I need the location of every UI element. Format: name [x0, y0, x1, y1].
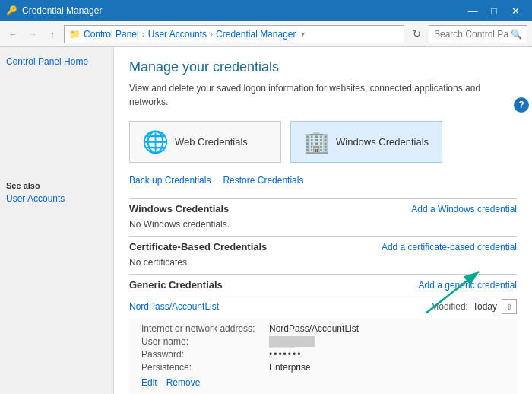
app-title: Credential Manager [22, 5, 102, 16]
page-description: View and delete your saved logon informa… [129, 81, 517, 109]
path-sep-1: › [142, 29, 145, 40]
web-credentials-label: Web Credentials [175, 136, 248, 148]
windows-credentials-header: Windows Credentials Add a Windows creden… [129, 199, 517, 218]
titlebar-controls: — □ ✕ [462, 0, 526, 21]
generic-credentials-title: Generic Credentials [129, 279, 223, 291]
persistence-label: Persistence: [141, 362, 263, 373]
titlebar: 🔑 Credential Manager — □ ✕ [0, 0, 532, 21]
folder-icon: 📁 [69, 29, 81, 40]
collapse-accountlist-button[interactable]: ⇧ [502, 299, 517, 314]
path-dropdown-button[interactable]: ▾ [301, 30, 305, 38]
see-also-label: See also [6, 181, 107, 190]
no-windows-credentials: No Windows credentials. [129, 218, 517, 236]
backup-credentials-link[interactable]: Back up Credentials [129, 175, 211, 186]
certificate-credentials-title: Certificate-Based Credentials [129, 241, 267, 253]
persistence-row: Persistence: Enterprise [141, 362, 505, 373]
help-button[interactable]: ? [514, 97, 529, 113]
search-input[interactable] [434, 29, 508, 40]
refresh-button[interactable]: ↻ [407, 25, 426, 43]
generic-credentials-header: Generic Credentials Add a generic creden… [129, 275, 517, 294]
search-box: 🔍 [429, 25, 527, 43]
path-credential-manager[interactable]: Credential Manager [216, 29, 296, 40]
content-area: ? Manage your credentials View and delet… [114, 47, 532, 394]
up-button[interactable]: ↑ [44, 26, 61, 43]
remove-accountlist-link[interactable]: Remove [166, 377, 201, 388]
modified-date-accountlist: Today [473, 301, 497, 312]
app-icon: 🔑 [6, 5, 17, 16]
address-path: 📁 Control Panel › User Accounts › Creden… [64, 25, 404, 43]
windows-credentials-section: Windows Credentials Add a Windows creden… [129, 198, 517, 236]
sidebar-home-link[interactable]: Control Panel Home [6, 56, 107, 67]
cred-item-nordpass-accountlist: NordPass/AccountList Modified: Today ⇧ I… [129, 294, 517, 394]
sidebar: Control Panel Home See also User Account… [0, 47, 114, 394]
main-layout: Control Panel Home See also User Account… [0, 47, 532, 394]
edit-accountlist-link[interactable]: Edit [141, 377, 157, 388]
add-generic-credential-link[interactable]: Add a generic credential [419, 280, 517, 291]
username-label: User name: [141, 336, 263, 347]
path-sep-2: › [210, 29, 213, 40]
username-row: User name: ████ [141, 336, 505, 347]
address-row: Internet or network address: NordPass/Ac… [141, 323, 505, 334]
add-certificate-credential-link[interactable]: Add a certificate-based credential [382, 242, 517, 253]
password-label: Password: [141, 349, 263, 360]
windows-credentials-icon: 🏢 [303, 129, 330, 154]
forward-button[interactable]: → [24, 26, 41, 43]
web-credentials-tab[interactable]: 🌐 Web Credentials [129, 121, 281, 163]
titlebar-left: 🔑 Credential Manager [6, 5, 102, 16]
add-windows-credential-link[interactable]: Add a Windows credential [411, 204, 517, 214]
maximize-button[interactable]: □ [483, 0, 505, 21]
close-button[interactable]: ✕ [505, 0, 526, 21]
addressbar: ← → ↑ 📁 Control Panel › User Accounts › … [0, 21, 532, 47]
restore-credentials-link[interactable]: Restore Credentials [223, 175, 303, 186]
certificate-credentials-section: Certificate-Based Credentials Add a cert… [129, 236, 517, 274]
address-value: NordPass/AccountList [269, 323, 359, 334]
user-accounts-link[interactable]: User Accounts [6, 193, 107, 204]
certificate-credentials-header: Certificate-Based Credentials Add a cert… [129, 237, 517, 256]
back-button[interactable]: ← [5, 26, 21, 43]
username-value: ████ [269, 336, 315, 347]
web-credentials-icon: 🌐 [142, 129, 169, 154]
password-row: Password: ••••••• [141, 349, 505, 360]
cred-item-name-accountlist[interactable]: NordPass/AccountList [129, 301, 219, 312]
search-icon: 🔍 [511, 29, 522, 40]
credential-type-tabs: 🌐 Web Credentials 🏢 Windows Credentials [129, 121, 517, 163]
windows-credentials-label: Windows Credentials [336, 136, 429, 148]
page-title: Manage your credentials [129, 59, 517, 75]
modified-label-accountlist: Modified: [431, 301, 468, 312]
cred-item-header-accountlist[interactable]: NordPass/AccountList Modified: Today ⇧ [129, 294, 517, 319]
address-label: Internet or network address: [141, 323, 263, 334]
path-control-panel[interactable]: Control Panel [84, 29, 139, 40]
windows-credentials-tab[interactable]: 🏢 Windows Credentials [290, 121, 442, 163]
minimize-button[interactable]: — [462, 0, 483, 21]
cred-item-right-accountlist: Modified: Today ⇧ [431, 299, 517, 314]
persistence-value: Enterprise [269, 362, 311, 373]
generic-credentials-section: Generic Credentials Add a generic creden… [129, 274, 517, 394]
cred-details-accountlist: Internet or network address: NordPass/Ac… [129, 319, 517, 394]
cred-detail-actions-accountlist: Edit Remove [141, 377, 505, 388]
windows-credentials-title: Windows Credentials [129, 203, 229, 214]
path-user-accounts[interactable]: User Accounts [148, 29, 207, 40]
password-value: ••••••• [269, 349, 302, 360]
action-links: Back up Credentials Restore Credentials [129, 175, 517, 186]
no-certificate-credentials: No certificates. [129, 256, 517, 274]
